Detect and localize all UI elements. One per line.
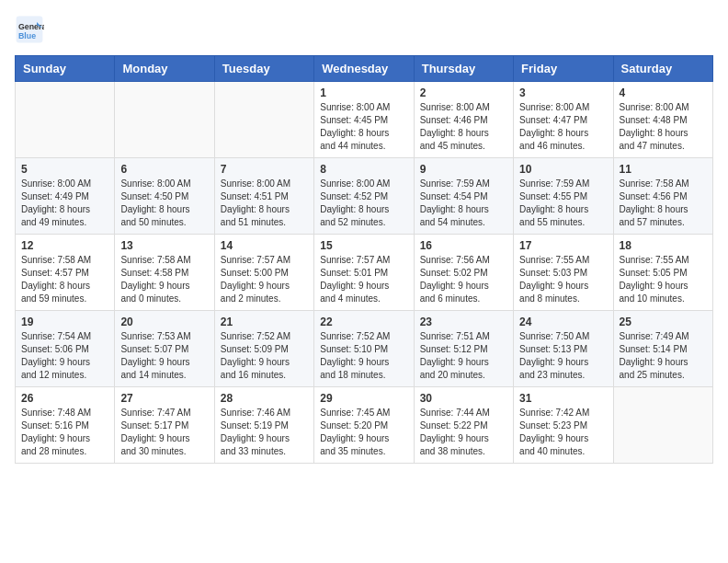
- day-number: 5: [21, 163, 108, 176]
- calendar-cell: 29Sunrise: 7:45 AM Sunset: 5:20 PM Dayli…: [314, 387, 414, 464]
- calendar-cell: 14Sunrise: 7:57 AM Sunset: 5:00 PM Dayli…: [214, 235, 313, 311]
- day-info: Sunrise: 7:48 AM Sunset: 5:16 PM Dayligh…: [21, 407, 108, 458]
- calendar-cell: 6Sunrise: 8:00 AM Sunset: 4:50 PM Daylig…: [115, 158, 214, 235]
- day-info: Sunrise: 8:00 AM Sunset: 4:47 PM Dayligh…: [519, 101, 607, 153]
- calendar-cell: 2Sunrise: 8:00 AM Sunset: 4:46 PM Daylig…: [414, 82, 513, 158]
- calendar-table: SundayMondayTuesdayWednesdayThursdayFrid…: [15, 55, 713, 464]
- day-info: Sunrise: 8:00 AM Sunset: 4:45 PM Dayligh…: [320, 101, 407, 153]
- page-header: General Blue: [15, 15, 713, 44]
- calendar-cell: 19Sunrise: 7:54 AM Sunset: 5:06 PM Dayli…: [16, 311, 115, 387]
- weekday-header: Tuesday: [214, 56, 313, 82]
- day-info: Sunrise: 7:52 AM Sunset: 5:09 PM Dayligh…: [221, 330, 308, 382]
- calendar-cell: 16Sunrise: 7:56 AM Sunset: 5:02 PM Dayli…: [414, 235, 513, 311]
- day-number: 24: [519, 316, 607, 328]
- day-number: 22: [320, 316, 407, 328]
- weekday-header: Wednesday: [314, 56, 414, 82]
- day-number: 8: [320, 163, 407, 176]
- day-number: 4: [620, 86, 707, 99]
- calendar-cell: 30Sunrise: 7:44 AM Sunset: 5:22 PM Dayli…: [414, 387, 513, 464]
- calendar-cell: 1Sunrise: 8:00 AM Sunset: 4:45 PM Daylig…: [314, 82, 414, 158]
- logo-icon: General Blue: [15, 15, 44, 44]
- day-number: 3: [519, 86, 607, 99]
- calendar-cell: 26Sunrise: 7:48 AM Sunset: 5:16 PM Dayli…: [16, 387, 115, 464]
- logo: General Blue: [15, 15, 48, 44]
- calendar-cell: 25Sunrise: 7:49 AM Sunset: 5:14 PM Dayli…: [613, 311, 712, 387]
- day-number: 31: [519, 392, 607, 405]
- day-info: Sunrise: 7:42 AM Sunset: 5:23 PM Dayligh…: [519, 407, 607, 458]
- day-number: 23: [420, 316, 507, 328]
- weekday-header: Thursday: [414, 56, 513, 82]
- calendar-cell: [115, 82, 214, 158]
- day-info: Sunrise: 7:51 AM Sunset: 5:12 PM Dayligh…: [420, 330, 507, 382]
- calendar-cell: [16, 82, 115, 158]
- day-number: 15: [320, 239, 407, 252]
- day-info: Sunrise: 7:44 AM Sunset: 5:22 PM Dayligh…: [420, 407, 507, 458]
- weekday-header: Friday: [514, 56, 613, 82]
- day-info: Sunrise: 7:59 AM Sunset: 4:55 PM Dayligh…: [519, 178, 607, 229]
- calendar-cell: 5Sunrise: 8:00 AM Sunset: 4:49 PM Daylig…: [16, 158, 115, 235]
- calendar-cell: 22Sunrise: 7:52 AM Sunset: 5:10 PM Dayli…: [314, 311, 414, 387]
- day-number: 17: [519, 239, 607, 252]
- calendar-cell: 21Sunrise: 7:52 AM Sunset: 5:09 PM Dayli…: [214, 311, 313, 387]
- calendar-week-row: 12Sunrise: 7:58 AM Sunset: 4:57 PM Dayli…: [16, 235, 713, 311]
- day-number: 12: [21, 239, 108, 252]
- calendar-cell: 4Sunrise: 8:00 AM Sunset: 4:48 PM Daylig…: [613, 82, 712, 158]
- calendar-cell: 8Sunrise: 8:00 AM Sunset: 4:52 PM Daylig…: [314, 158, 414, 235]
- day-number: 26: [21, 392, 108, 405]
- day-info: Sunrise: 8:00 AM Sunset: 4:51 PM Dayligh…: [221, 178, 308, 229]
- day-info: Sunrise: 7:56 AM Sunset: 5:02 PM Dayligh…: [420, 254, 507, 305]
- day-number: 10: [519, 163, 607, 176]
- day-number: 25: [620, 316, 707, 328]
- calendar-header-row: SundayMondayTuesdayWednesdayThursdayFrid…: [16, 56, 713, 82]
- day-info: Sunrise: 7:58 AM Sunset: 4:56 PM Dayligh…: [620, 178, 707, 229]
- calendar-week-row: 1Sunrise: 8:00 AM Sunset: 4:45 PM Daylig…: [16, 82, 713, 158]
- calendar-cell: 13Sunrise: 7:58 AM Sunset: 4:58 PM Dayli…: [115, 235, 214, 311]
- day-number: 18: [620, 239, 707, 252]
- calendar-cell: 9Sunrise: 7:59 AM Sunset: 4:54 PM Daylig…: [414, 158, 513, 235]
- calendar-cell: 11Sunrise: 7:58 AM Sunset: 4:56 PM Dayli…: [613, 158, 712, 235]
- day-number: 13: [120, 239, 208, 252]
- weekday-header: Saturday: [613, 56, 712, 82]
- day-number: 27: [120, 392, 208, 405]
- day-info: Sunrise: 7:57 AM Sunset: 5:00 PM Dayligh…: [221, 254, 308, 305]
- day-info: Sunrise: 8:00 AM Sunset: 4:49 PM Dayligh…: [21, 178, 108, 229]
- calendar-cell: [613, 387, 712, 464]
- calendar-cell: 20Sunrise: 7:53 AM Sunset: 5:07 PM Dayli…: [115, 311, 214, 387]
- calendar-cell: 31Sunrise: 7:42 AM Sunset: 5:23 PM Dayli…: [514, 387, 613, 464]
- day-info: Sunrise: 7:57 AM Sunset: 5:01 PM Dayligh…: [320, 254, 407, 305]
- calendar-cell: 24Sunrise: 7:50 AM Sunset: 5:13 PM Dayli…: [514, 311, 613, 387]
- svg-text:Blue: Blue: [18, 31, 36, 40]
- day-number: 9: [420, 163, 507, 176]
- calendar-cell: 27Sunrise: 7:47 AM Sunset: 5:17 PM Dayli…: [115, 387, 214, 464]
- calendar-cell: 18Sunrise: 7:55 AM Sunset: 5:05 PM Dayli…: [613, 235, 712, 311]
- day-info: Sunrise: 7:46 AM Sunset: 5:19 PM Dayligh…: [221, 407, 308, 458]
- day-number: 14: [221, 239, 308, 252]
- weekday-header: Sunday: [16, 56, 115, 82]
- day-number: 30: [420, 392, 507, 405]
- day-number: 6: [120, 163, 208, 176]
- day-info: Sunrise: 7:52 AM Sunset: 5:10 PM Dayligh…: [320, 330, 407, 382]
- day-number: 2: [420, 86, 507, 99]
- day-number: 21: [221, 316, 308, 328]
- day-info: Sunrise: 7:47 AM Sunset: 5:17 PM Dayligh…: [120, 407, 208, 458]
- day-info: Sunrise: 7:55 AM Sunset: 5:03 PM Dayligh…: [519, 254, 607, 305]
- day-info: Sunrise: 8:00 AM Sunset: 4:50 PM Dayligh…: [120, 178, 208, 229]
- day-info: Sunrise: 7:45 AM Sunset: 5:20 PM Dayligh…: [320, 407, 407, 458]
- day-info: Sunrise: 7:50 AM Sunset: 5:13 PM Dayligh…: [519, 330, 607, 382]
- day-number: 19: [21, 316, 108, 328]
- calendar-cell: 23Sunrise: 7:51 AM Sunset: 5:12 PM Dayli…: [414, 311, 513, 387]
- day-info: Sunrise: 7:53 AM Sunset: 5:07 PM Dayligh…: [120, 330, 208, 382]
- calendar-week-row: 19Sunrise: 7:54 AM Sunset: 5:06 PM Dayli…: [16, 311, 713, 387]
- day-number: 29: [320, 392, 407, 405]
- day-info: Sunrise: 8:00 AM Sunset: 4:52 PM Dayligh…: [320, 178, 407, 229]
- day-number: 7: [221, 163, 308, 176]
- calendar-week-row: 5Sunrise: 8:00 AM Sunset: 4:49 PM Daylig…: [16, 158, 713, 235]
- calendar-cell: 10Sunrise: 7:59 AM Sunset: 4:55 PM Dayli…: [514, 158, 613, 235]
- day-number: 16: [420, 239, 507, 252]
- day-info: Sunrise: 7:49 AM Sunset: 5:14 PM Dayligh…: [620, 330, 707, 382]
- day-info: Sunrise: 7:58 AM Sunset: 4:58 PM Dayligh…: [120, 254, 208, 305]
- calendar-week-row: 26Sunrise: 7:48 AM Sunset: 5:16 PM Dayli…: [16, 387, 713, 464]
- day-info: Sunrise: 7:55 AM Sunset: 5:05 PM Dayligh…: [620, 254, 707, 305]
- calendar-cell: 3Sunrise: 8:00 AM Sunset: 4:47 PM Daylig…: [514, 82, 613, 158]
- day-number: 28: [221, 392, 308, 405]
